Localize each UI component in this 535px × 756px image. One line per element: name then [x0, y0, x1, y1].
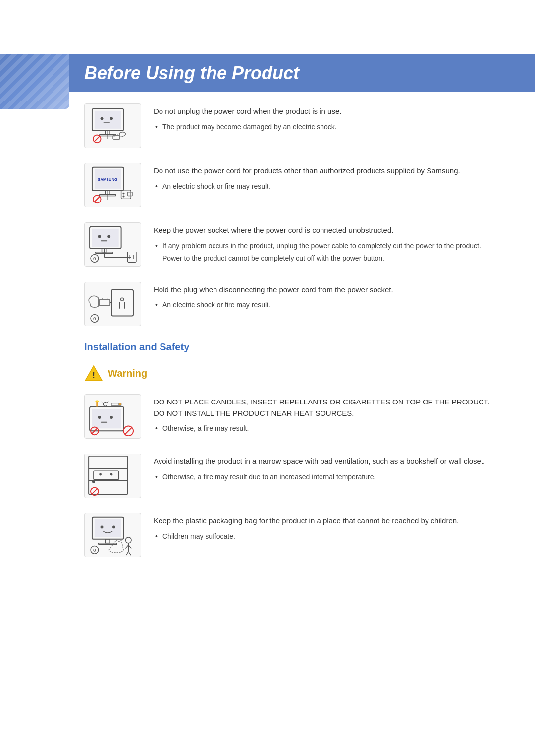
svg-rect-81 — [105, 539, 110, 543]
caution-image-3: 0 — [84, 222, 141, 267]
svg-text:SAMSUNG: SAMSUNG — [98, 177, 117, 182]
svg-point-80 — [112, 525, 115, 528]
svg-rect-41 — [111, 290, 133, 316]
warning-3-text: Keep the plastic packaging bag for the p… — [154, 513, 495, 544]
svg-point-83 — [125, 537, 131, 543]
svg-line-26 — [94, 196, 100, 202]
svg-point-30 — [107, 235, 110, 238]
svg-rect-36 — [127, 252, 136, 263]
svg-line-87 — [126, 551, 128, 555]
svg-rect-28 — [92, 229, 119, 247]
svg-line-65 — [125, 427, 132, 434]
warning-item-2: Avoid installing the product in a narrow… — [84, 454, 495, 498]
warning-2-bullets: Otherwise, a fire may result due to an i… — [154, 471, 495, 482]
svg-rect-19 — [100, 195, 116, 196]
svg-line-63 — [107, 402, 108, 403]
svg-text:0: 0 — [93, 547, 96, 553]
content-area: ! Caution — [0, 54, 535, 612]
page-title: Before Using the Product — [84, 63, 299, 84]
svg-point-56 — [110, 416, 113, 419]
svg-point-72 — [99, 473, 102, 476]
caution-2-bullets: An electric shock or fire may result. — [154, 181, 495, 192]
svg-rect-68 — [89, 456, 127, 494]
caution-image-2: SAMSUNG — [84, 163, 141, 207]
svg-text:0: 0 — [93, 316, 96, 321]
accent-stripe — [0, 54, 69, 109]
caution-item-4: 0 Hold the plug when disconnecting the p… — [84, 282, 495, 326]
caution-1-bullets: The product may become damaged by an ele… — [154, 121, 495, 132]
svg-rect-71 — [94, 471, 119, 480]
caution-1-text: Do not unplug the power cord when the pr… — [154, 103, 495, 134]
svg-point-42 — [121, 298, 124, 301]
caution-image-1 — [84, 103, 141, 148]
svg-point-73 — [110, 473, 113, 476]
warning-3-bullets: Children may suffocate. — [154, 531, 495, 542]
svg-point-79 — [101, 525, 104, 528]
warning-image-1 — [84, 394, 141, 439]
caution-3-main: Keep the power socket where the power co… — [154, 225, 495, 236]
caution-4-bullet-1: An electric shock or fire may result. — [154, 300, 495, 310]
svg-point-55 — [98, 416, 101, 419]
warning-label: Warning — [108, 368, 147, 379]
caution-3-subnote: Power to the product cannot be completel… — [162, 253, 495, 264]
caution-3-text: Keep the power socket where the power co… — [154, 222, 495, 264]
svg-line-62 — [102, 402, 104, 403]
caution-image-4: 0 — [84, 282, 141, 326]
caution-3-bullet-1: If any problem occurs in the product, un… — [154, 240, 495, 251]
svg-rect-78 — [95, 519, 121, 537]
caution-item-2: SAMSUNG Do not — [84, 163, 495, 207]
caution-2-main: Do not use the power cord for products o… — [154, 165, 495, 177]
caution-item-1: Do not unplug the power cord when the pr… — [84, 103, 495, 148]
caution-2-text: Do not use the power cord for products o… — [154, 163, 495, 194]
svg-point-23 — [123, 196, 125, 198]
svg-rect-18 — [105, 191, 110, 195]
svg-text:0: 0 — [93, 256, 96, 261]
caution-item-3: 0 Keep the power socket where the power … — [84, 222, 495, 267]
caution-2-bullet-1: An electric shock or fire may result. — [154, 181, 495, 192]
caution-1-main: Do not unplug the power cord when the pr… — [154, 106, 495, 117]
svg-rect-6 — [103, 122, 110, 123]
warning-2-bullet-1: Otherwise, a fire may result due to an i… — [154, 471, 495, 482]
svg-rect-31 — [101, 240, 108, 241]
warning-1-text: DO NOT PLACE CANDLES, INSECT REPELLANTS … — [154, 394, 495, 436]
svg-line-76 — [92, 488, 98, 494]
svg-rect-24 — [127, 192, 132, 196]
svg-rect-57 — [101, 422, 108, 423]
svg-point-22 — [123, 193, 125, 195]
left-accent-decoration — [0, 54, 69, 109]
caution-1-bullet-1: The product may become damaged by an ele… — [154, 121, 495, 132]
svg-line-86 — [128, 545, 131, 549]
svg-point-29 — [98, 235, 101, 238]
warning-item-1: DO NOT PLACE CANDLES, INSECT REPELLANTS … — [84, 394, 495, 439]
caution-4-bullets: An electric shock or fire may result. — [154, 300, 495, 310]
svg-line-85 — [125, 545, 128, 549]
warning-1-bullet-1: Otherwise, a fire may result. — [154, 423, 495, 434]
svg-line-88 — [128, 551, 131, 555]
svg-point-74 — [92, 480, 95, 483]
warning-2-main: Avoid installing the product in a narrow… — [154, 456, 495, 467]
svg-point-5 — [110, 117, 113, 120]
caution-4-text: Hold the plug when disconnecting the pow… — [154, 282, 495, 312]
svg-rect-21 — [121, 190, 131, 199]
svg-text:!: ! — [92, 370, 95, 380]
warning-heading: ! Warning — [84, 365, 495, 382]
svg-rect-60 — [119, 403, 121, 406]
page-title-bar: Before Using the Product — [69, 54, 535, 92]
caution-4-main: Hold the plug when disconnecting the pow… — [154, 284, 495, 296]
svg-line-14 — [94, 136, 100, 142]
warning-1-main: DO NOT PLACE CANDLES, INSECT REPELLANTS … — [154, 397, 495, 419]
svg-rect-45 — [100, 299, 110, 306]
warning-image-3: 0 — [84, 513, 141, 557]
svg-rect-3 — [95, 111, 121, 129]
warning-2-text: Avoid installing the product in a narrow… — [154, 454, 495, 484]
svg-point-4 — [101, 117, 104, 120]
warning-icon: ! — [84, 365, 103, 382]
svg-rect-54 — [92, 409, 121, 428]
warning-1-bullets: Otherwise, a fire may result. — [154, 423, 495, 434]
warning-3-bullet-1: Children may suffocate. — [154, 531, 495, 542]
svg-rect-7 — [105, 131, 110, 135]
svg-point-61 — [103, 403, 107, 406]
page-container: Before Using the Product ! Caution — [0, 54, 535, 756]
warning-image-2 — [84, 454, 141, 498]
warning-item-3: 0 Keep the plastic packaging bag for the… — [84, 513, 495, 557]
